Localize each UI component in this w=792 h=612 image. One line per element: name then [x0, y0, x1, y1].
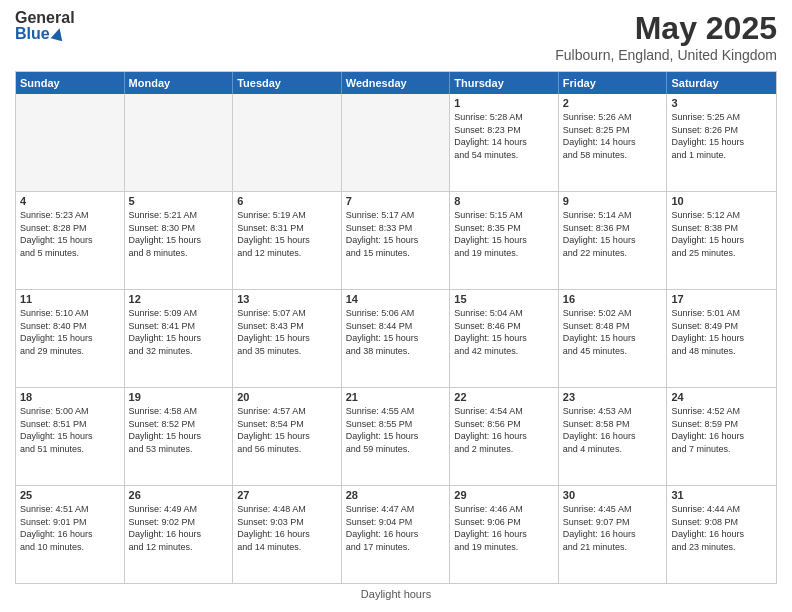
calendar: SundayMondayTuesdayWednesdayThursdayFrid…	[15, 71, 777, 584]
day-number: 4	[20, 195, 120, 207]
day-number: 27	[237, 489, 337, 501]
day-number: 30	[563, 489, 663, 501]
day-number: 28	[346, 489, 446, 501]
page: General Blue May 2025 Fulbourn, England,…	[0, 0, 792, 612]
day-number: 29	[454, 489, 554, 501]
cal-row-4: 25Sunrise: 4:51 AM Sunset: 9:01 PM Dayli…	[16, 486, 776, 583]
day-number: 9	[563, 195, 663, 207]
cell-content: Sunrise: 5:12 AM Sunset: 8:38 PM Dayligh…	[671, 209, 772, 259]
cal-cell: 20Sunrise: 4:57 AM Sunset: 8:54 PM Dayli…	[233, 388, 342, 485]
calendar-body: 1Sunrise: 5:28 AM Sunset: 8:23 PM Daylig…	[16, 94, 776, 583]
logo: General Blue	[15, 10, 75, 42]
cal-header-monday: Monday	[125, 72, 234, 94]
header: General Blue May 2025 Fulbourn, England,…	[15, 10, 777, 63]
cell-content: Sunrise: 4:52 AM Sunset: 8:59 PM Dayligh…	[671, 405, 772, 455]
cal-header-friday: Friday	[559, 72, 668, 94]
cell-content: Sunrise: 5:14 AM Sunset: 8:36 PM Dayligh…	[563, 209, 663, 259]
cal-cell	[233, 94, 342, 191]
cell-content: Sunrise: 4:44 AM Sunset: 9:08 PM Dayligh…	[671, 503, 772, 553]
month-title: May 2025	[555, 10, 777, 47]
cal-cell: 4Sunrise: 5:23 AM Sunset: 8:28 PM Daylig…	[16, 192, 125, 289]
cal-cell	[16, 94, 125, 191]
cal-row-0: 1Sunrise: 5:28 AM Sunset: 8:23 PM Daylig…	[16, 94, 776, 192]
calendar-header: SundayMondayTuesdayWednesdayThursdayFrid…	[16, 72, 776, 94]
cal-cell: 26Sunrise: 4:49 AM Sunset: 9:02 PM Dayli…	[125, 486, 234, 583]
cal-cell: 6Sunrise: 5:19 AM Sunset: 8:31 PM Daylig…	[233, 192, 342, 289]
cal-header-tuesday: Tuesday	[233, 72, 342, 94]
day-number: 23	[563, 391, 663, 403]
day-number: 21	[346, 391, 446, 403]
cell-content: Sunrise: 5:23 AM Sunset: 8:28 PM Dayligh…	[20, 209, 120, 259]
cell-content: Sunrise: 5:06 AM Sunset: 8:44 PM Dayligh…	[346, 307, 446, 357]
day-number: 14	[346, 293, 446, 305]
footer: Daylight hours	[15, 584, 777, 602]
cal-cell: 31Sunrise: 4:44 AM Sunset: 9:08 PM Dayli…	[667, 486, 776, 583]
cal-cell: 15Sunrise: 5:04 AM Sunset: 8:46 PM Dayli…	[450, 290, 559, 387]
cal-header-sunday: Sunday	[16, 72, 125, 94]
logo-row2: Blue	[15, 26, 75, 42]
cell-content: Sunrise: 5:17 AM Sunset: 8:33 PM Dayligh…	[346, 209, 446, 259]
cal-cell: 27Sunrise: 4:48 AM Sunset: 9:03 PM Dayli…	[233, 486, 342, 583]
cal-header-saturday: Saturday	[667, 72, 776, 94]
cell-content: Sunrise: 5:04 AM Sunset: 8:46 PM Dayligh…	[454, 307, 554, 357]
cell-content: Sunrise: 5:15 AM Sunset: 8:35 PM Dayligh…	[454, 209, 554, 259]
cell-content: Sunrise: 5:26 AM Sunset: 8:25 PM Dayligh…	[563, 111, 663, 161]
cell-content: Sunrise: 4:47 AM Sunset: 9:04 PM Dayligh…	[346, 503, 446, 553]
cell-content: Sunrise: 4:53 AM Sunset: 8:58 PM Dayligh…	[563, 405, 663, 455]
cal-row-3: 18Sunrise: 5:00 AM Sunset: 8:51 PM Dayli…	[16, 388, 776, 486]
cell-content: Sunrise: 5:19 AM Sunset: 8:31 PM Dayligh…	[237, 209, 337, 259]
day-number: 26	[129, 489, 229, 501]
cal-cell: 13Sunrise: 5:07 AM Sunset: 8:43 PM Dayli…	[233, 290, 342, 387]
cell-content: Sunrise: 4:54 AM Sunset: 8:56 PM Dayligh…	[454, 405, 554, 455]
cell-content: Sunrise: 5:00 AM Sunset: 8:51 PM Dayligh…	[20, 405, 120, 455]
cell-content: Sunrise: 5:01 AM Sunset: 8:49 PM Dayligh…	[671, 307, 772, 357]
cal-cell: 8Sunrise: 5:15 AM Sunset: 8:35 PM Daylig…	[450, 192, 559, 289]
cal-cell: 11Sunrise: 5:10 AM Sunset: 8:40 PM Dayli…	[16, 290, 125, 387]
cal-cell: 7Sunrise: 5:17 AM Sunset: 8:33 PM Daylig…	[342, 192, 451, 289]
cell-content: Sunrise: 5:25 AM Sunset: 8:26 PM Dayligh…	[671, 111, 772, 161]
cal-row-2: 11Sunrise: 5:10 AM Sunset: 8:40 PM Dayli…	[16, 290, 776, 388]
day-number: 25	[20, 489, 120, 501]
cal-row-1: 4Sunrise: 5:23 AM Sunset: 8:28 PM Daylig…	[16, 192, 776, 290]
day-number: 12	[129, 293, 229, 305]
day-number: 18	[20, 391, 120, 403]
cell-content: Sunrise: 4:55 AM Sunset: 8:55 PM Dayligh…	[346, 405, 446, 455]
day-number: 2	[563, 97, 663, 109]
cell-content: Sunrise: 4:45 AM Sunset: 9:07 PM Dayligh…	[563, 503, 663, 553]
day-number: 19	[129, 391, 229, 403]
cell-content: Sunrise: 5:28 AM Sunset: 8:23 PM Dayligh…	[454, 111, 554, 161]
cal-cell: 17Sunrise: 5:01 AM Sunset: 8:49 PM Dayli…	[667, 290, 776, 387]
footer-label: Daylight hours	[361, 588, 431, 600]
cal-cell: 2Sunrise: 5:26 AM Sunset: 8:25 PM Daylig…	[559, 94, 668, 191]
day-number: 31	[671, 489, 772, 501]
cal-cell: 22Sunrise: 4:54 AM Sunset: 8:56 PM Dayli…	[450, 388, 559, 485]
cell-content: Sunrise: 5:02 AM Sunset: 8:48 PM Dayligh…	[563, 307, 663, 357]
day-number: 11	[20, 293, 120, 305]
day-number: 3	[671, 97, 772, 109]
day-number: 22	[454, 391, 554, 403]
day-number: 15	[454, 293, 554, 305]
day-number: 24	[671, 391, 772, 403]
day-number: 13	[237, 293, 337, 305]
cell-content: Sunrise: 4:48 AM Sunset: 9:03 PM Dayligh…	[237, 503, 337, 553]
cell-content: Sunrise: 4:49 AM Sunset: 9:02 PM Dayligh…	[129, 503, 229, 553]
cal-cell: 9Sunrise: 5:14 AM Sunset: 8:36 PM Daylig…	[559, 192, 668, 289]
day-number: 10	[671, 195, 772, 207]
cell-content: Sunrise: 4:51 AM Sunset: 9:01 PM Dayligh…	[20, 503, 120, 553]
cell-content: Sunrise: 5:10 AM Sunset: 8:40 PM Dayligh…	[20, 307, 120, 357]
cal-cell: 25Sunrise: 4:51 AM Sunset: 9:01 PM Dayli…	[16, 486, 125, 583]
cal-header-wednesday: Wednesday	[342, 72, 451, 94]
cal-cell: 23Sunrise: 4:53 AM Sunset: 8:58 PM Dayli…	[559, 388, 668, 485]
cal-cell: 24Sunrise: 4:52 AM Sunset: 8:59 PM Dayli…	[667, 388, 776, 485]
cal-cell	[342, 94, 451, 191]
cal-cell: 16Sunrise: 5:02 AM Sunset: 8:48 PM Dayli…	[559, 290, 668, 387]
cell-content: Sunrise: 4:57 AM Sunset: 8:54 PM Dayligh…	[237, 405, 337, 455]
cal-cell	[125, 94, 234, 191]
cal-cell: 1Sunrise: 5:28 AM Sunset: 8:23 PM Daylig…	[450, 94, 559, 191]
day-number: 16	[563, 293, 663, 305]
cal-cell: 5Sunrise: 5:21 AM Sunset: 8:30 PM Daylig…	[125, 192, 234, 289]
day-number: 1	[454, 97, 554, 109]
title-block: May 2025 Fulbourn, England, United Kingd…	[555, 10, 777, 63]
cell-content: Sunrise: 5:09 AM Sunset: 8:41 PM Dayligh…	[129, 307, 229, 357]
cal-cell: 30Sunrise: 4:45 AM Sunset: 9:07 PM Dayli…	[559, 486, 668, 583]
